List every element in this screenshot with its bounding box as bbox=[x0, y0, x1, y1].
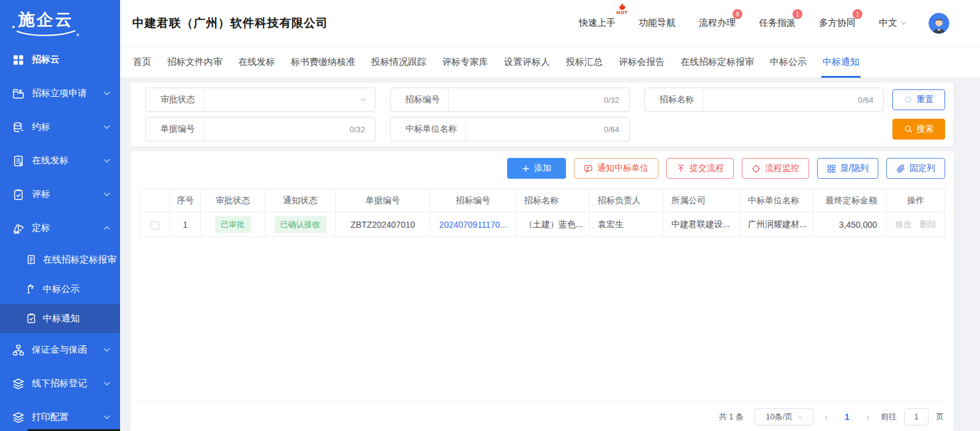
char-counter: 0/64 bbox=[466, 125, 629, 134]
clipboard-check-icon bbox=[12, 189, 24, 201]
sidebar-menu: 招标云 招标立项申请 约标 在线发标 评标 定标 bbox=[0, 43, 120, 431]
cell-amount: 3,450,000 bbox=[813, 212, 887, 237]
tab-award-notice[interactable]: 中标通知 bbox=[815, 47, 867, 78]
document-icon bbox=[12, 155, 24, 167]
sidebar-item-project-apply[interactable]: 招标立项申请 bbox=[0, 77, 120, 110]
message-icon bbox=[584, 164, 593, 173]
tab-online-tender[interactable]: 在线发标 bbox=[230, 47, 283, 78]
hot-label: HOT bbox=[617, 10, 628, 15]
goto-page-input[interactable] bbox=[904, 408, 929, 425]
show-hide-columns-button[interactable]: 显/隐列 bbox=[817, 158, 878, 179]
nav-label: 多方协同 bbox=[819, 17, 856, 28]
table-header-row: 序号 审批状态 通知状态 单据编号 招标编号 招标名称 招标负责人 所属公司 中… bbox=[140, 189, 945, 212]
notify-winner-button[interactable]: 通知中标单位 bbox=[574, 158, 658, 179]
sidebar-item-label: 招标云 bbox=[32, 54, 59, 66]
nav-feature-guide[interactable]: 功能导航 bbox=[639, 17, 676, 29]
tab-bid-summary[interactable]: 投标汇总 bbox=[558, 47, 611, 78]
main-content: 审批状态 招标编号 0/32 招标名称 0/64 重置 bbox=[120, 78, 980, 431]
notify-status-badge: 已确认接收 bbox=[274, 216, 326, 233]
sidebar-item-offline-registration[interactable]: 线下招标登记 bbox=[0, 367, 120, 400]
col-amount: 最终定标金额 bbox=[813, 189, 887, 212]
nav-label: 快速上手 bbox=[579, 17, 616, 28]
tab-doc-internal-review[interactable]: 招标文件内审 bbox=[159, 47, 230, 78]
tab-home[interactable]: 首页 bbox=[125, 47, 159, 78]
sidebar-item-deposit-guarantee[interactable]: 保证金与保函 bbox=[0, 333, 120, 367]
cell-seq: 1 bbox=[170, 212, 201, 237]
nav-task-assign[interactable]: 1 任务指派 bbox=[759, 17, 796, 29]
col-doc-no: 单据编号 bbox=[336, 189, 431, 212]
tab-evaluation-report[interactable]: 评标会报告 bbox=[611, 47, 673, 78]
hoist-icon bbox=[26, 283, 37, 294]
tender-no-input[interactable]: 招标编号 0/32 bbox=[390, 88, 630, 112]
col-approval-status: 审批状态 bbox=[201, 189, 265, 212]
goto-label: 前往 bbox=[881, 411, 897, 422]
tab-set-evaluators[interactable]: 设置评标人 bbox=[496, 47, 558, 78]
org-chart-icon bbox=[12, 344, 24, 356]
sidebar-item-online-tender[interactable]: 在线发标 bbox=[0, 144, 120, 178]
sidebar-item-label: 保证金与保函 bbox=[32, 344, 87, 356]
chevron-down-icon bbox=[104, 346, 110, 352]
sidebar: 施企云 招标云 招标立项申请 约标 在线发标 评标 bbox=[0, 0, 120, 431]
sidebar-item-evaluation[interactable]: 评标 bbox=[0, 178, 120, 211]
field-label: 审批状态 bbox=[146, 94, 203, 105]
nav-process-handling[interactable]: 8 流程办理 bbox=[699, 17, 736, 29]
logo-dot bbox=[12, 26, 15, 28]
paperclip-icon bbox=[896, 164, 905, 173]
col-actions: 操作 bbox=[887, 189, 945, 212]
tab-online-award-review[interactable]: 在线招标定标报审 bbox=[673, 47, 762, 78]
sidebar-item-award[interactable]: 定标 bbox=[0, 211, 120, 245]
tender-name-input[interactable]: 招标名称 0/64 bbox=[644, 88, 884, 112]
page-size-select[interactable]: 10条/页 bbox=[755, 408, 813, 425]
sidebar-item-label: 招标立项申请 bbox=[32, 88, 87, 99]
sidebar-item-label: 在线发标 bbox=[32, 155, 69, 167]
grid-columns-icon bbox=[827, 164, 836, 173]
tab-fee-approval[interactable]: 标书费缴纳核准 bbox=[283, 47, 363, 78]
prev-page-button[interactable]: ‹ bbox=[818, 411, 834, 422]
fixed-columns-button[interactable]: 固定列 bbox=[886, 158, 945, 179]
current-page[interactable]: 1 bbox=[839, 412, 855, 422]
grid-icon bbox=[12, 54, 24, 66]
winner-name-input[interactable]: 中标单位名称 0/64 bbox=[390, 117, 630, 141]
page-unit-label: 页 bbox=[936, 411, 944, 422]
nav-label: 任务指派 bbox=[759, 17, 796, 28]
process-monitor-button[interactable]: 流程监控 bbox=[742, 158, 809, 179]
approval-status-badge: 已审批 bbox=[215, 216, 251, 233]
logo-swoosh bbox=[16, 29, 80, 38]
next-page-button[interactable]: › bbox=[860, 411, 876, 422]
search-button[interactable]: 搜索 bbox=[892, 119, 945, 140]
sidebar-item-award-publicity[interactable]: 中标公示 bbox=[0, 274, 120, 304]
tab-bid-tracking[interactable]: 投标情况跟踪 bbox=[363, 47, 434, 78]
submit-process-button[interactable]: 提交流程 bbox=[666, 158, 734, 179]
nav-multi-collab[interactable]: 1 多方协同 bbox=[819, 17, 856, 29]
nav-quick-start[interactable]: HOT 快速上手 bbox=[579, 17, 616, 29]
sidebar-item-award-notice[interactable]: 中标通知 bbox=[0, 304, 120, 333]
user-avatar[interactable] bbox=[929, 13, 949, 34]
hot-flame-icon: HOT bbox=[617, 3, 628, 15]
language-selector[interactable]: 中文 bbox=[879, 17, 905, 29]
page-tabbar: 首页 招标文件内审 在线发标 标书费缴纳核准 投标情况跟踪 评标专家库 设置评标… bbox=[120, 47, 980, 78]
tab-expert-pool[interactable]: 评标专家库 bbox=[434, 47, 496, 78]
add-button[interactable]: 添加 bbox=[507, 158, 566, 179]
tender-no-link[interactable]: 2024070911170... bbox=[439, 220, 507, 230]
sidebar-item-label: 约标 bbox=[32, 121, 50, 133]
notice-clipboard-icon bbox=[26, 313, 37, 324]
edit-action[interactable]: 修改 bbox=[895, 219, 912, 229]
reset-button[interactable]: 重置 bbox=[892, 89, 945, 110]
badge-count: 8 bbox=[733, 9, 742, 19]
chevron-up-icon bbox=[104, 227, 110, 233]
approval-status-select[interactable]: 审批状态 bbox=[145, 88, 375, 112]
sidebar-item-bidding-cloud[interactable]: 招标云 bbox=[0, 43, 120, 77]
sidebar-item-contract-bid[interactable]: 约标 bbox=[0, 110, 120, 144]
award-submenu: 在线招标定标报审 中标公示 中标通知 bbox=[0, 245, 120, 333]
chevron-down-icon bbox=[361, 96, 366, 101]
doc-no-input[interactable]: 单据编号 0/32 bbox=[145, 117, 375, 141]
row-checkbox[interactable] bbox=[151, 221, 159, 230]
sidebar-item-label: 在线招标定标报审 bbox=[43, 254, 116, 266]
delete-action[interactable]: 删除 bbox=[919, 219, 937, 229]
chevron-down-icon bbox=[798, 414, 803, 419]
sidebar-item-label: 线下招标登记 bbox=[32, 378, 87, 389]
folder-icon bbox=[12, 88, 24, 100]
sidebar-item-online-award-review[interactable]: 在线招标定标报审 bbox=[0, 245, 120, 274]
tab-award-publicity[interactable]: 中标公示 bbox=[762, 47, 815, 78]
sidebar-item-print-config[interactable]: 打印配置 bbox=[0, 400, 120, 431]
